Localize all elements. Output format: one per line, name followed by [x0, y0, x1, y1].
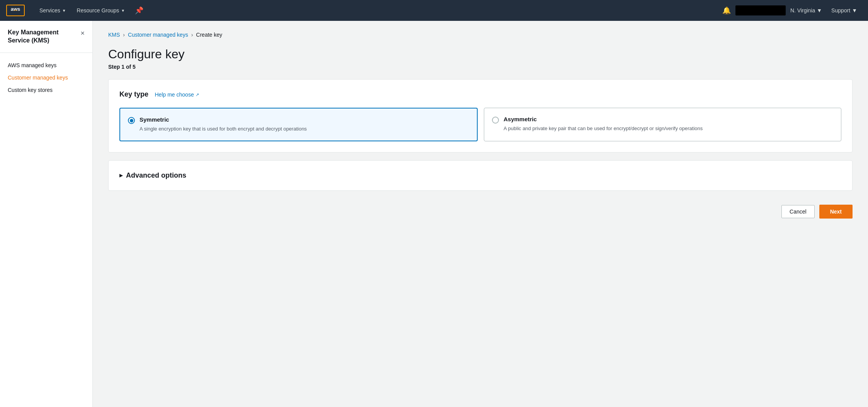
key-type-section-title: Key type [119, 90, 148, 98]
external-link-icon: ↗ [196, 92, 199, 97]
sidebar-close-button[interactable]: × [80, 29, 85, 37]
support-chevron-icon: ▼ [852, 7, 857, 14]
sidebar-item-customer-managed-keys[interactable]: Customer managed keys [0, 71, 92, 84]
aws-logo[interactable]: aws ⁀ [6, 5, 25, 16]
sidebar-item-aws-managed-keys[interactable]: AWS managed keys [0, 59, 92, 71]
sidebar: Key Management Service (KMS) × AWS manag… [0, 21, 93, 407]
next-button[interactable]: Next [819, 205, 853, 219]
services-chevron-icon: ▼ [62, 8, 66, 13]
footer-actions: Cancel Next [108, 198, 853, 219]
sidebar-header: Key Management Service (KMS) × [0, 29, 92, 53]
help-me-choose-link[interactable]: Help me choose ↗ [155, 92, 199, 98]
breadcrumb: KMS › Customer managed keys › Create key [108, 32, 853, 38]
cancel-button[interactable]: Cancel [781, 205, 815, 218]
breadcrumb-sep-1: › [123, 32, 125, 38]
symmetric-label: Symmetric [140, 116, 307, 123]
region-chevron-icon: ▼ [817, 7, 822, 14]
sidebar-item-custom-key-stores[interactable]: Custom key stores [0, 84, 92, 96]
asymmetric-radio-button[interactable] [492, 117, 499, 124]
asymmetric-option-content: Asymmetric A public and private key pair… [504, 116, 703, 132]
key-type-options: Symmetric A single encryption key that i… [119, 108, 841, 141]
sidebar-nav: AWS managed keys Customer managed keys C… [0, 53, 92, 102]
page-layout: Key Management Service (KMS) × AWS manag… [0, 21, 868, 407]
asymmetric-description: A public and private key pair that can b… [504, 125, 703, 132]
advanced-options-card: ▶ Advanced options [108, 160, 853, 191]
breadcrumb-kms-link[interactable]: KMS [108, 32, 120, 38]
symmetric-description: A single encryption key that is used for… [140, 125, 307, 133]
support-nav-item[interactable]: Support ▼ [827, 7, 862, 14]
advanced-options-title: Advanced options [126, 171, 186, 180]
main-content: KMS › Customer managed keys › Create key… [93, 21, 868, 407]
region-selector[interactable]: N. Virginia ▼ [786, 7, 827, 14]
sidebar-title: Key Management Service (KMS) [8, 29, 80, 45]
breadcrumb-sep-2: › [191, 32, 193, 38]
top-navigation: aws ⁀ Services ▼ Resource Groups ▼ 📌 🔔 N… [0, 0, 868, 21]
asymmetric-label: Asymmetric [504, 116, 703, 122]
breadcrumb-customer-managed-keys-link[interactable]: Customer managed keys [128, 32, 188, 38]
symmetric-option-content: Symmetric A single encryption key that i… [140, 116, 307, 133]
page-title: Configure key [108, 47, 853, 61]
bell-icon[interactable]: 🔔 [718, 0, 735, 21]
asymmetric-option[interactable]: Asymmetric A public and private key pair… [484, 108, 841, 141]
section-header: Key type Help me choose ↗ [119, 90, 841, 98]
pin-icon[interactable]: 📌 [130, 0, 148, 21]
account-bar[interactable] [735, 5, 786, 15]
services-nav-item[interactable]: Services ▼ [34, 0, 71, 21]
advanced-arrow-icon: ▶ [119, 173, 123, 178]
step-indicator: Step 1 of 5 [108, 64, 853, 70]
advanced-options-toggle[interactable]: ▶ Advanced options [119, 171, 841, 180]
breadcrumb-create-key: Create key [196, 32, 222, 38]
symmetric-option[interactable]: Symmetric A single encryption key that i… [119, 108, 478, 141]
symmetric-radio-button[interactable] [128, 117, 135, 124]
resource-groups-chevron-icon: ▼ [121, 8, 125, 13]
resource-groups-nav-item[interactable]: Resource Groups ▼ [71, 0, 131, 21]
key-type-card: Key type Help me choose ↗ Symmetric A si… [108, 79, 853, 153]
